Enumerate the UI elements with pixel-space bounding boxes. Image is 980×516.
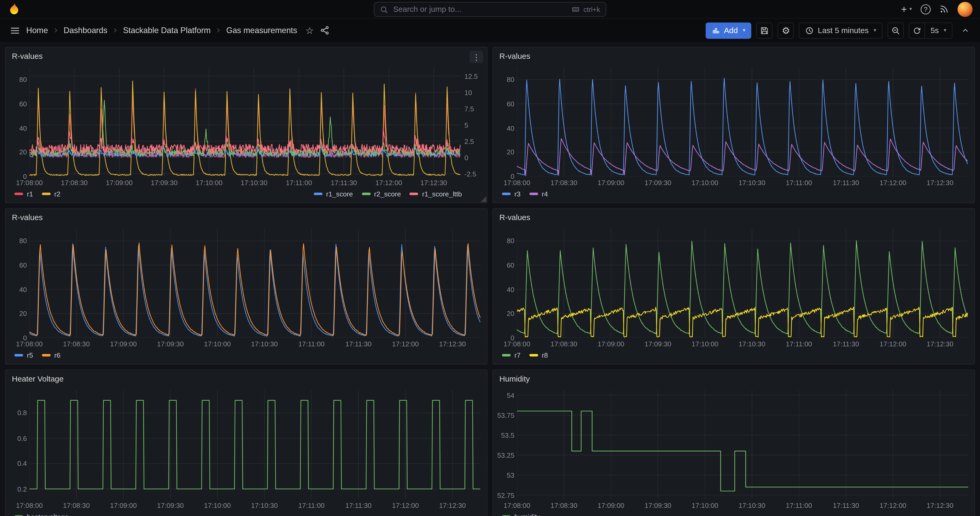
axis-tick-label: 17:10:30: [738, 340, 765, 348]
legend-item-heatervoltage[interactable]: heatervoltage: [14, 513, 68, 516]
help-button[interactable]: ?: [921, 4, 931, 14]
legend-item-r3[interactable]: r3: [502, 190, 520, 198]
chevron-down-icon: ▾: [874, 27, 876, 33]
user-avatar[interactable]: [958, 2, 972, 16]
axis-tick-label: 17:10:30: [251, 340, 278, 348]
breadcrumb-home[interactable]: Home: [26, 26, 48, 35]
axis-tick-label: 17:08:30: [63, 340, 90, 348]
axis-tick-label: 17:10:00: [692, 340, 718, 348]
share-button[interactable]: [317, 23, 332, 38]
breadcrumb-current[interactable]: Gas measurements: [226, 26, 297, 35]
axis-tick-label: 52.75: [497, 491, 514, 499]
legend-item-r6[interactable]: r6: [42, 351, 60, 359]
panel-menu-button[interactable]: ⋮: [469, 51, 483, 63]
legend-item-r2[interactable]: r2: [42, 190, 60, 198]
panel-title[interactable]: Humidity: [500, 375, 530, 384]
panel-header[interactable]: Heater Voltage ⋮: [5, 370, 487, 388]
topbar-actions: + ▾ ?: [901, 2, 972, 16]
panel-title[interactable]: Heater Voltage: [12, 375, 64, 384]
plot-area[interactable]: [517, 67, 968, 176]
panel-resize-handle[interactable]: [480, 196, 486, 202]
dashboard-toolbar: Home Dashboards Stackable Data Platform …: [0, 19, 980, 42]
legend-item-r5[interactable]: r5: [14, 351, 33, 359]
zoom-out-button[interactable]: [887, 22, 904, 38]
axis-tick-label: 5: [464, 121, 468, 129]
panel-title[interactable]: R-values: [500, 52, 530, 61]
refresh-button[interactable]: [908, 22, 925, 38]
panel-header[interactable]: R-values ⋮: [493, 209, 975, 226]
dashboard-settings-button[interactable]: ⚙: [778, 22, 794, 38]
axis-tick-label: 17:10:30: [251, 502, 278, 509]
legend-item-humidity[interactable]: humidity: [502, 513, 540, 516]
plot-area[interactable]: [29, 229, 480, 338]
axis-tick-label: 80: [19, 76, 27, 83]
plus-icon: +: [901, 4, 907, 14]
collapse-topbar-button[interactable]: [958, 23, 972, 38]
axis-tick-label: 17:12:00: [392, 340, 419, 348]
news-rss-icon[interactable]: [939, 5, 949, 14]
legend-label: r1_score_lttb: [422, 190, 461, 198]
grafana-app: ctrl+k + ▾ ? Home Dashboar: [0, 0, 980, 516]
star-icon: ☆: [305, 26, 314, 35]
chart-area: 020406080 17:08:0017:08:3017:09:0017:09:…: [493, 65, 975, 189]
graph-add-icon: [712, 26, 720, 34]
panel-legend: r3r4: [493, 189, 975, 202]
mega-menu-button[interactable]: [8, 23, 22, 38]
panel-header[interactable]: R-values ⋮: [5, 48, 487, 65]
axis-tick-label: 17:09:30: [644, 502, 671, 509]
dashboard-panel: R-values ⋮ 020406080 -2.502.557.51012.5 …: [5, 47, 488, 203]
search-input[interactable]: [393, 5, 566, 14]
add-label: Add: [724, 26, 738, 35]
time-range-picker[interactable]: Last 5 minutes ▾: [799, 22, 882, 38]
legend-label: r3: [514, 190, 520, 198]
axis-tick-label: 17:08:00: [16, 340, 43, 348]
axis-tick-label: 0.2: [18, 485, 27, 493]
panel-header[interactable]: R-values ⋮: [493, 48, 975, 65]
grafana-logo[interactable]: [8, 2, 21, 16]
legend-label: r1: [27, 190, 33, 198]
axis-tick-label: 17:12:00: [880, 502, 906, 509]
dashboard-panel: R-values ⋮ 020406080 17:08:0017:08:3017:…: [493, 208, 975, 365]
breadcrumb-folder[interactable]: Stackable Data Platform: [123, 26, 211, 35]
legend-label: r2: [54, 190, 60, 198]
axis-tick-label: 17:09:30: [644, 179, 671, 186]
legend-item-r1_score_lttb[interactable]: r1_score_lttb: [410, 190, 462, 198]
y-axis-left: 52.755353.2553.553.7554: [496, 390, 517, 499]
panel-header[interactable]: R-values ⋮: [5, 209, 487, 226]
save-dashboard-button[interactable]: [757, 22, 773, 38]
dashboard-grid: R-values ⋮ 020406080 -2.502.557.51012.5 …: [0, 42, 980, 516]
plot-area[interactable]: [517, 390, 968, 499]
time-range-label: Last 5 minutes: [818, 26, 869, 35]
plot-area[interactable]: [517, 229, 968, 338]
axis-tick-label: 17:11:30: [833, 179, 859, 186]
add-panel-button[interactable]: Add ▾: [706, 22, 751, 38]
legend-color-marker: [14, 515, 23, 516]
search-bar[interactable]: ctrl+k: [374, 2, 606, 17]
panel-title[interactable]: R-values: [500, 213, 530, 222]
axis-tick-label: 17:11:00: [786, 340, 812, 348]
plot-area[interactable]: [29, 67, 461, 176]
dashboard-panel: Humidity ⋮ 52.755353.2553.553.7554 17:08…: [493, 369, 975, 516]
favorite-button[interactable]: ☆: [302, 23, 317, 38]
new-button[interactable]: + ▾: [901, 4, 912, 14]
legend-color-marker: [14, 354, 23, 357]
axis-tick-label: 17:11:30: [345, 502, 372, 509]
chart-area: 020406080 -2.502.557.51012.5 17:08:0017:…: [5, 65, 487, 189]
plot-area[interactable]: [29, 390, 480, 499]
chevron-right-icon: [112, 27, 119, 33]
legend-item-r8[interactable]: r8: [529, 351, 548, 359]
legend-color-marker: [14, 193, 23, 195]
legend-item-r2_score[interactable]: r2_score: [362, 190, 401, 198]
breadcrumb-dashboards[interactable]: Dashboards: [64, 26, 107, 35]
y-axis-left: 020406080: [496, 229, 517, 338]
panel-title[interactable]: R-values: [12, 213, 43, 222]
legend-item-r1[interactable]: r1: [14, 190, 33, 198]
legend-item-r7[interactable]: r7: [502, 351, 520, 359]
refresh-interval-dropdown[interactable]: 5s ▾: [925, 22, 953, 38]
axis-tick-label: 40: [19, 286, 27, 293]
axis-tick-label: 60: [507, 261, 514, 269]
legend-item-r4[interactable]: r4: [529, 190, 548, 198]
panel-header[interactable]: Humidity ⋮: [493, 370, 975, 388]
legend-item-r1_score[interactable]: r1_score: [313, 190, 353, 198]
panel-title[interactable]: R-values: [12, 52, 43, 61]
